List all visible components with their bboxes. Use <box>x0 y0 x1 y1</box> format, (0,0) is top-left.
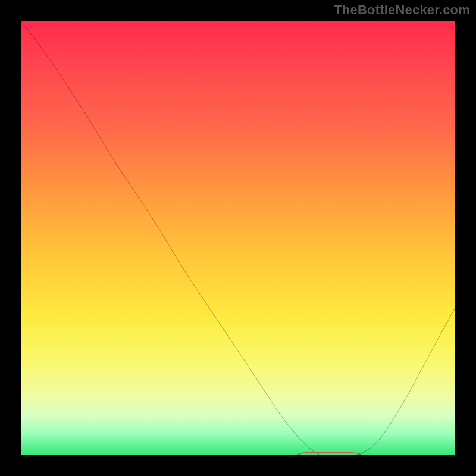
plot-area <box>21 21 455 455</box>
watermark-text: TheBottleNecker.com <box>334 2 470 18</box>
valley-highlight <box>21 21 455 455</box>
chart-frame: TheBottleNecker.com <box>0 0 476 476</box>
